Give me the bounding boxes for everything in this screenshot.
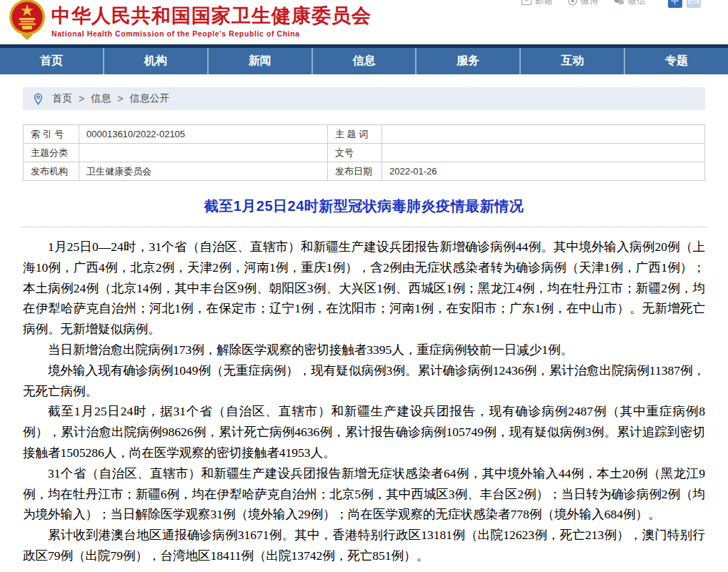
breadcrumb-bar: 首页 > 信息 > 信息公开 xyxy=(23,87,705,110)
main-nav: 首页 机构 新闻 信息 服务 互动 专题 xyxy=(0,48,728,74)
table-row: 发布机构 卫生健康委员会 发布日期 2022-01-26 xyxy=(24,162,705,181)
national-emblem-logo xyxy=(9,0,46,40)
wechat-link-label: 微信 xyxy=(628,0,645,7)
meta-value-subject-words xyxy=(382,125,705,144)
breadcrumb-information[interactable]: 信息 xyxy=(91,92,111,105)
site-title: 中华人民共和国国家卫生健康委员会 xyxy=(51,5,372,27)
meta-value-doc-number xyxy=(382,144,705,162)
breadcrumb-info-disclosure[interactable]: 信息公开 xyxy=(129,92,169,105)
table-row: 索 引 号 000013610/2022-02105 主 题 词 xyxy=(24,125,705,144)
lang-en-button[interactable]: EN xyxy=(687,0,701,8)
nav-item-services[interactable]: 服务 xyxy=(417,48,521,74)
article-paragraph: 境外输入现有确诊病例1049例（无重症病例），现有疑似病例3例。累计确诊病例12… xyxy=(23,360,705,402)
nav-item-organization[interactable]: 机构 xyxy=(104,48,209,74)
meta-label-subject-words: 主 题 词 xyxy=(328,125,382,144)
breadcrumb-separator: > xyxy=(117,93,123,104)
weibo-link[interactable]: 微博 xyxy=(568,0,598,7)
language-switch: 中 EN xyxy=(668,0,701,8)
meta-label-doc-number: 文号 xyxy=(328,144,382,162)
location-pin-icon xyxy=(33,93,44,105)
lang-zh-button[interactable]: 中 xyxy=(668,0,682,8)
nav-item-home[interactable]: 首页 xyxy=(0,48,104,74)
meta-label-subject-category: 主题分类 xyxy=(24,144,79,162)
meta-label-index-number: 索 引 号 xyxy=(24,125,79,144)
nav-item-interaction[interactable]: 互动 xyxy=(521,48,625,74)
mail-icon xyxy=(522,0,532,5)
meta-value-issuing-agency: 卫生健康委员会 xyxy=(79,162,328,181)
article-paragraph: 当日新增治愈出院病例173例，解除医学观察的密切接触者3395人，重症病例较前一… xyxy=(23,340,705,360)
header-quick-links: 邮箱 微博 微信 中 EN xyxy=(522,0,701,8)
nav-item-information[interactable]: 信息 xyxy=(313,48,417,74)
site-brand: 中华人民共和国国家卫生健康委员会 National Health Commiss… xyxy=(9,0,372,40)
site-header: 中华人民共和国国家卫生健康委员会 National Health Commiss… xyxy=(0,0,728,44)
meta-label-issuing-agency: 发布机构 xyxy=(24,162,79,181)
weibo-icon xyxy=(568,0,577,6)
breadcrumb: 首页 > 信息 > 信息公开 xyxy=(33,92,169,105)
page-title: 截至1月25日24时新型冠状病毒肺炎疫情最新情况 xyxy=(0,197,728,216)
nav-item-topics[interactable]: 专题 xyxy=(625,48,728,74)
article-paragraph: 31个省（自治区、直辖市）和新疆生产建设兵团报告新增无症状感染者64例，其中境外… xyxy=(23,463,705,525)
article-body: 1月25日0—24时，31个省（自治区、直辖市）和新疆生产建设兵团报告新增确诊病… xyxy=(23,237,705,566)
article-paragraph: 截至1月25日24时，据31个省（自治区、直辖市）和新疆生产建设兵团报告，现有确… xyxy=(23,401,705,463)
meta-label-publish-date: 发布日期 xyxy=(328,162,382,181)
article-paragraph: 累计收到港澳台地区通报确诊病例31671例。其中，香港特别行政区13181例（出… xyxy=(23,525,705,566)
table-row: 主题分类 文号 xyxy=(24,144,705,162)
wechat-link[interactable]: 微信 xyxy=(614,0,645,7)
breadcrumb-separator: > xyxy=(79,93,84,104)
mail-link-label: 邮箱 xyxy=(535,0,552,7)
meta-value-index-number: 000013610/2022-02105 xyxy=(79,125,328,144)
article-paragraph: 1月25日0—24时，31个省（自治区、直辖市）和新疆生产建设兵团报告新增确诊病… xyxy=(23,237,705,340)
nav-item-news[interactable]: 新闻 xyxy=(209,48,313,74)
meta-value-subject-category xyxy=(79,144,328,162)
weibo-link-label: 微博 xyxy=(581,0,598,7)
meta-value-publish-date: 2022-01-26 xyxy=(382,162,705,181)
mail-link[interactable]: 邮箱 xyxy=(522,0,552,7)
document-meta-table: 索 引 号 000013610/2022-02105 主 题 词 主题分类 文号… xyxy=(23,124,705,181)
breadcrumb-home[interactable]: 首页 xyxy=(52,92,72,105)
site-subtitle: National Health Commission of the People… xyxy=(51,29,372,38)
dotted-divider xyxy=(21,227,707,227)
wechat-icon xyxy=(614,0,624,5)
